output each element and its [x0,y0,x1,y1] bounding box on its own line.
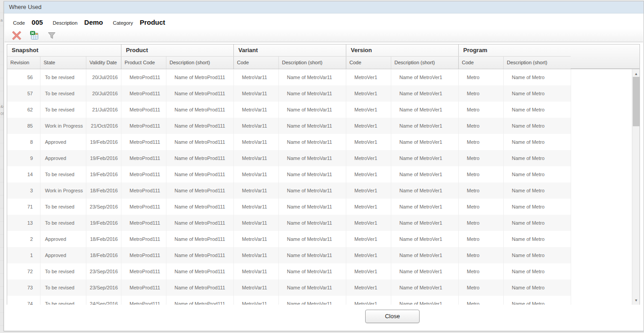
table-row[interactable]: 56 To be revised 20/Jul/2016 MetroProd11… [7,69,640,85]
cell-variant-description: Name of MetroVar11 [279,102,346,118]
toolbar [4,29,643,42]
cell-validity-date: 19/Feb/2016 [86,166,121,182]
column-program-description[interactable]: Description (short) [504,57,571,69]
where-used-table: Snapshot Product Variant Version Program… [7,44,640,305]
category-label: Category [113,20,133,26]
cell-variant-description: Name of MetroVar11 [279,296,346,305]
cell-program-description: Name of Metro [504,166,571,182]
scrollbar-thumb[interactable] [633,77,640,126]
cell-variant-code: MetroVar11 [234,85,279,102]
column-product-code[interactable]: Product Code [121,57,166,69]
table-row[interactable]: 1 Approved 18/Feb/2016 MetroProd111 Name… [7,247,640,263]
column-validity-date[interactable]: Validity Date [86,57,121,69]
cell-version-code: MetroVer1 [346,102,391,118]
cell-product-description: Name of MetroProd111 [166,102,234,118]
row-filler [571,296,640,305]
where-used-dialog: Where Used Code 005 Description Demo Cat… [4,1,644,331]
cell-state: Approved [40,134,86,150]
cell-program-description: Name of Metro [504,85,571,102]
table-row[interactable]: 2 Approved 18/Feb/2016 MetroProd111 Name… [7,231,640,247]
cell-program-code: Metro [459,247,504,263]
cell-version-description: Name of MetroVer1 [391,215,459,231]
column-variant-code[interactable]: Code [234,57,279,69]
table-row[interactable]: 73 To be revised 23/Sep/2016 MetroProd11… [7,280,640,296]
cell-state: To be revised [40,199,86,215]
cell-program-description: Name of Metro [504,118,571,134]
cell-product-code: MetroProd111 [121,199,166,215]
cell-validity-date: 21/Oct/2016 [86,118,121,134]
table-row[interactable]: 72 To be revised 23/Sep/2016 MetroProd11… [7,263,640,280]
table-row[interactable]: 62 To be revised 21/Jul/2016 MetroProd11… [7,102,640,118]
row-filler [571,247,640,263]
info-row: Code 005 Description Demo Category Produ… [13,18,175,26]
cell-revision: 8 [7,134,40,150]
table-row[interactable]: 71 To be revised 23/Sep/2016 MetroProd11… [7,199,640,215]
cell-product-description: Name of MetroProd111 [166,280,234,296]
cell-version-description: Name of MetroVer1 [391,199,459,215]
cell-validity-date: 18/Feb/2016 [86,247,121,263]
table-row[interactable]: 8 Approved 19/Feb/2016 MetroProd111 Name… [7,134,640,150]
cell-product-description: Name of MetroProd111 [166,85,234,102]
cell-version-code: MetroVer1 [346,263,391,280]
row-filler [571,166,640,182]
cell-product-code: MetroProd111 [121,150,166,166]
cell-product-description: Name of MetroProd111 [166,231,234,247]
table-row[interactable]: 13 To be revised 19/Feb/2016 MetroProd11… [7,215,640,231]
group-version: Version [346,44,459,56]
table-row[interactable]: 85 Work in Progress 21/Oct/2016 MetroPro… [7,118,640,134]
row-filler [571,199,640,215]
cell-program-code: Metro [459,280,504,296]
scroll-up-icon[interactable]: ▲ [632,71,640,77]
table-row[interactable]: 14 To be revised 19/Feb/2016 MetroProd11… [7,166,640,182]
cell-product-code: MetroProd111 [121,231,166,247]
group-header-row: Snapshot Product Variant Version Program [7,44,640,57]
cell-product-description: Name of MetroProd111 [166,199,234,215]
vertical-scrollbar[interactable]: ▲ ▼ [632,69,640,305]
cell-variant-description: Name of MetroVar11 [279,231,346,247]
cell-program-code: Metro [459,231,504,247]
cell-validity-date: 18/Feb/2016 [86,231,121,247]
column-revision[interactable]: Revision [7,57,40,69]
cell-variant-description: Name of MetroVar11 [279,134,346,150]
cell-program-code: Metro [459,215,504,231]
column-header-row: Revision State Validity Date Product Cod… [7,57,640,69]
column-variant-description[interactable]: Description (short) [279,57,346,69]
cell-revision: 73 [7,280,40,296]
cell-state: To be revised [40,215,86,231]
cell-variant-code: MetroVar11 [234,280,279,296]
table-row[interactable]: 3 Work in Progress 18/Feb/2016 MetroProd… [7,182,640,199]
table-row[interactable]: 57 To be revised 20/Jul/2016 MetroProd11… [7,85,640,102]
column-version-description[interactable]: Description (short) [391,57,459,69]
table-row[interactable]: 9 Approved 19/Feb/2016 MetroProd111 Name… [7,150,640,166]
scroll-down-icon[interactable]: ▼ [632,297,640,303]
column-version-code[interactable]: Code [346,57,391,69]
description-label: Description [53,20,77,26]
column-program-code[interactable]: Code [459,57,504,69]
cell-revision: 1 [7,247,40,263]
cell-variant-code: MetroVar11 [234,231,279,247]
cell-product-code: MetroProd111 [121,280,166,296]
cell-product-code: MetroProd111 [121,215,166,231]
column-state[interactable]: State [40,57,86,69]
filter-icon[interactable] [46,30,57,41]
cell-state: Work in Progress [40,118,86,134]
cell-version-code: MetroVer1 [346,118,391,134]
close-button[interactable]: Close [365,310,420,323]
cell-state: To be revised [40,69,86,85]
table-row[interactable]: 74 To be revised 24/Sep/2016 MetroProd11… [7,296,640,305]
delete-icon[interactable] [11,30,22,41]
column-product-description[interactable]: Description (short) [166,57,234,69]
cell-version-description: Name of MetroVer1 [391,118,459,134]
table-header: Snapshot Product Variant Version Program… [7,44,640,69]
cell-product-description: Name of MetroProd111 [166,215,234,231]
cell-revision: 74 [7,296,40,305]
cell-program-description: Name of Metro [504,247,571,263]
cell-variant-description: Name of MetroVar11 [279,118,346,134]
cell-validity-date: 21/Jul/2016 [86,102,121,118]
screen: a &C 05 Where Used Code 005 Description … [0,0,644,333]
row-filler [571,102,640,118]
cell-product-code: MetroProd111 [121,247,166,263]
export-excel-icon[interactable] [29,30,40,41]
cell-revision: 9 [7,150,40,166]
cell-product-description: Name of MetroProd111 [166,134,234,150]
